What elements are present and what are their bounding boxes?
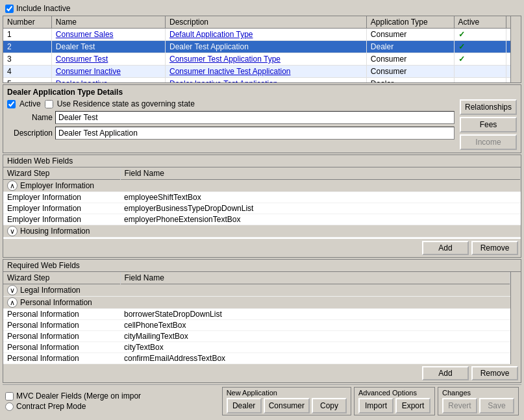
mvc-dealer-label: MVC Dealer Fields (Merge on impor — [16, 391, 141, 401]
required-group-row[interactable]: ∧Personal Information — [3, 297, 510, 309]
copy-button[interactable]: Copy — [312, 398, 347, 414]
export-button[interactable]: Export — [395, 398, 430, 414]
applications-table-container: Number Name Description Application Type… — [3, 16, 521, 83]
residence-label: Use Residence state as governing state — [57, 99, 195, 108]
cell-description[interactable]: Dealer Test Application — [165, 41, 366, 53]
cell-field-name: cellPhoneTextBox — [120, 320, 510, 331]
description-label: Description — [7, 129, 53, 138]
cell-name[interactable]: Dealer Inactive — [51, 78, 165, 84]
cell-description[interactable]: Default Application Type — [165, 29, 366, 41]
hidden-fields-row: Employer InformationemployeeShiftTextBox — [3, 192, 521, 203]
expand-icon[interactable]: ∨ — [7, 285, 18, 295]
cell-description[interactable]: Dealer Inactive Test Application — [165, 78, 366, 84]
name-input[interactable] — [55, 111, 455, 124]
group-header[interactable]: ∨Legal Information — [3, 284, 510, 297]
required-web-fields-section: Required Web Fields Wizard Step Field Na… — [3, 259, 521, 383]
expand-icon[interactable]: ∨ — [7, 226, 18, 236]
cell-app-type: Dealer — [366, 78, 454, 84]
hidden-web-fields-section: Hidden Web Fields Wizard Step Field Name… — [3, 154, 521, 258]
cell-field-name: employerPhoneExtensionTextBox — [120, 214, 521, 225]
hidden-fields-table-container: Wizard Step Field Name ∧Employer Informa… — [3, 167, 521, 239]
name-field-row: Name — [7, 111, 455, 124]
residence-checkbox[interactable] — [45, 100, 53, 108]
consumer-button[interactable]: Consumer — [264, 398, 310, 414]
col-number: Number — [3, 16, 51, 29]
contract-prep-radio[interactable] — [5, 402, 14, 411]
description-field-row: Description — [7, 127, 455, 140]
cell-name[interactable]: Dealer Test — [51, 41, 165, 53]
new-application-title: New Application — [227, 389, 347, 397]
expand-icon[interactable]: ∧ — [7, 180, 18, 191]
cell-field-name: borrowerStateDropDownList — [120, 309, 510, 320]
table-row[interactable]: 1 Consumer Sales Default Application Typ… — [3, 29, 521, 41]
hidden-group-row[interactable]: ∧Employer Information — [3, 180, 521, 192]
table-scrollbar[interactable] — [510, 16, 521, 82]
required-fields-buttons: Add Remove — [3, 364, 521, 382]
group-header[interactable]: ∧Personal Information — [3, 297, 510, 309]
details-section: Dealer Application Type Details Active U… — [3, 84, 521, 153]
table-row[interactable]: 5 Dealer Inactive Dealer Inactive Test A… — [3, 78, 521, 84]
cell-field-name: confirmEmailAddressTextBox — [120, 353, 510, 364]
hidden-remove-button[interactable]: Remove — [471, 241, 518, 255]
hidden-add-button[interactable]: Add — [422, 241, 469, 255]
cell-active: ✓ — [454, 41, 506, 53]
cell-wizard-step: Employer Information — [3, 214, 120, 225]
col-name: Name — [51, 16, 165, 29]
description-input[interactable] — [55, 127, 455, 140]
cell-app-type: Consumer — [366, 53, 454, 66]
hidden-fields-buttons: Add Remove — [3, 239, 521, 257]
group-header[interactable]: ∨Housing Information — [3, 225, 521, 238]
cell-app-type: Consumer — [366, 66, 454, 78]
cell-field-name: cityMailingTextBox — [120, 331, 510, 342]
cell-wizard-step: Personal Information — [3, 309, 120, 320]
save-button[interactable]: Save — [479, 398, 514, 414]
fees-button[interactable]: Fees — [460, 117, 517, 132]
cell-app-type: Consumer — [366, 29, 454, 41]
cell-number: 4 — [3, 66, 51, 78]
details-title: Dealer Application Type Details — [7, 88, 517, 97]
required-fields-row: Personal InformationcityTextBox — [3, 342, 510, 353]
group-header[interactable]: ∧Employer Information — [3, 180, 521, 192]
cell-name[interactable]: Consumer Test — [51, 53, 165, 66]
advanced-options-title: Advanced Options — [358, 389, 430, 397]
advanced-options-group: Advanced Options Import Export — [354, 387, 435, 415]
table-row[interactable]: 4 Consumer Inactive Consumer Inactive Te… — [3, 66, 521, 78]
required-web-fields-title: Required Web Fields — [3, 260, 521, 272]
active-checkbox[interactable] — [7, 100, 16, 108]
cell-app-type: Dealer — [366, 41, 454, 53]
hwf-col-field: Field Name — [120, 167, 521, 180]
cell-name[interactable]: Consumer Sales — [51, 29, 165, 41]
dealer-button[interactable]: Dealer — [227, 398, 262, 414]
required-add-button[interactable]: Add — [422, 366, 469, 380]
revert-button[interactable]: Revert — [442, 398, 477, 414]
mvc-dealer-checkbox[interactable] — [5, 392, 14, 401]
cell-description[interactable]: Consumer Inactive Test Application — [165, 66, 366, 78]
include-inactive-row: Include Inactive — [3, 3, 521, 14]
cell-description[interactable]: Consumer Test Application Type — [165, 53, 366, 66]
import-button[interactable]: Import — [358, 398, 393, 414]
required-fields-scrollbar[interactable] — [510, 272, 521, 364]
rwf-col-field: Field Name — [120, 272, 510, 284]
cell-wizard-step: Personal Information — [3, 353, 120, 364]
col-active: Active — [454, 16, 506, 29]
income-button[interactable]: Income — [460, 134, 517, 150]
required-group-row[interactable]: ∨Legal Information — [3, 284, 510, 297]
cell-field-name: employeeShiftTextBox — [120, 192, 521, 203]
new-application-buttons: Dealer Consumer Copy — [227, 398, 347, 414]
required-remove-button[interactable]: Remove — [471, 366, 518, 380]
cell-number: 2 — [3, 41, 51, 53]
include-inactive-checkbox[interactable] — [5, 5, 14, 13]
cell-name[interactable]: Consumer Inactive — [51, 66, 165, 78]
name-label: Name — [7, 113, 53, 122]
table-row[interactable]: 3 Consumer Test Consumer Test Applicatio… — [3, 53, 521, 66]
rwf-col-step: Wizard Step — [3, 272, 120, 284]
cell-number: 1 — [3, 29, 51, 41]
active-row: Active Use Residence state as governing … — [7, 99, 455, 108]
hidden-fields-table: Wizard Step Field Name ∧Employer Informa… — [3, 167, 521, 238]
relationships-button[interactable]: Relationships — [460, 99, 517, 115]
cell-field-name: employerBusinessTypeDropDownList — [120, 203, 521, 214]
main-container: Include Inactive Number Name Description… — [0, 0, 524, 420]
expand-icon[interactable]: ∧ — [7, 297, 18, 308]
hidden-group-row[interactable]: ∨Housing Information — [3, 225, 521, 238]
table-row[interactable]: 2 Dealer Test Dealer Test Application De… — [3, 41, 521, 53]
